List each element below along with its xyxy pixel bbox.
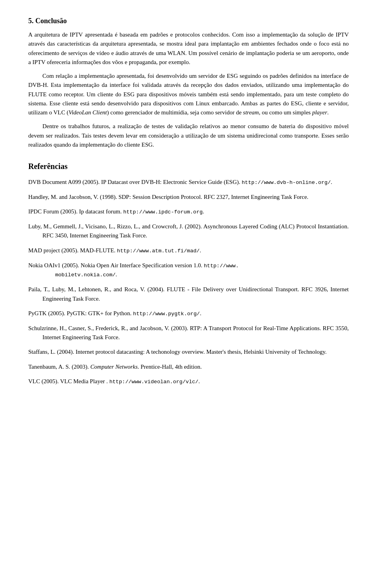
- ref-entry-2: Handley, M. and Jacobson, V. (1998). SDP…: [28, 193, 349, 202]
- section5-para2: Com relação a implementação apresentada,…: [28, 72, 349, 117]
- ref-entry-3: IPDC Forum (2005). Ip datacast forum. ht…: [28, 207, 349, 217]
- ref-entry-9: Schulzrinne, H., Casner, S., Frederick, …: [28, 324, 349, 342]
- ref8-url: http://www.pygtk.org/: [133, 311, 200, 317]
- vlc-italic: VideoLan Client: [69, 109, 107, 116]
- ref1-url: http://www.dvb-h-online.org/: [242, 180, 331, 186]
- ref11-italic: Computer Networks: [90, 364, 137, 370]
- ref-entry-7: Paila, T., Luby, M., Lehtonen, R., and R…: [28, 285, 349, 303]
- ref-entry-8: PyGTK (2005). PyGTK: GTK+ for Python. ht…: [28, 309, 349, 318]
- ref12-url: http://www.videolan.org/vlc/: [109, 379, 198, 385]
- ref-entry-1: DVB Document A099 (2005). IP Datacast ov…: [28, 178, 349, 187]
- ref6-url: http://www. mobiletv.nokia.com/: [42, 263, 239, 278]
- ref-entry-6: Nokia OAIv1 (2005). Nokia Open Air Inter…: [28, 261, 349, 280]
- ref-entry-4: Luby, M., Gemmell, J., Vicisano, L., Riz…: [28, 222, 349, 241]
- ref3-url: http://www.ipdc-forum.org: [123, 209, 203, 215]
- player-italic: player: [312, 109, 327, 116]
- references-title: Referências: [28, 160, 349, 172]
- ref-entry-10: Staffans, L. (2004). Internet protocol d…: [28, 347, 349, 356]
- section5-title: 5. Conclusão: [28, 16, 349, 26]
- stream-italic: stream: [243, 109, 259, 116]
- ref-entry-11: Tanenbaum, A. S. (2003). Computer Networ…: [28, 362, 349, 371]
- page-container: 5. Conclusão A arquitetura de IPTV apres…: [0, 0, 377, 588]
- ref-entry-5: MAD project (2005). MAD-FLUTE. http://ww…: [28, 246, 349, 255]
- section5-para3: Dentre os trabalhos futuros, a realizaçã…: [28, 122, 349, 149]
- ref5-url: http://www.atm.tut.fi/mad/: [117, 248, 200, 254]
- ref-entry-12: VLC (2005). VLC Media Player . http://ww…: [28, 377, 349, 386]
- section5-para1: A arquitetura de IPTV apresentada é base…: [28, 30, 349, 67]
